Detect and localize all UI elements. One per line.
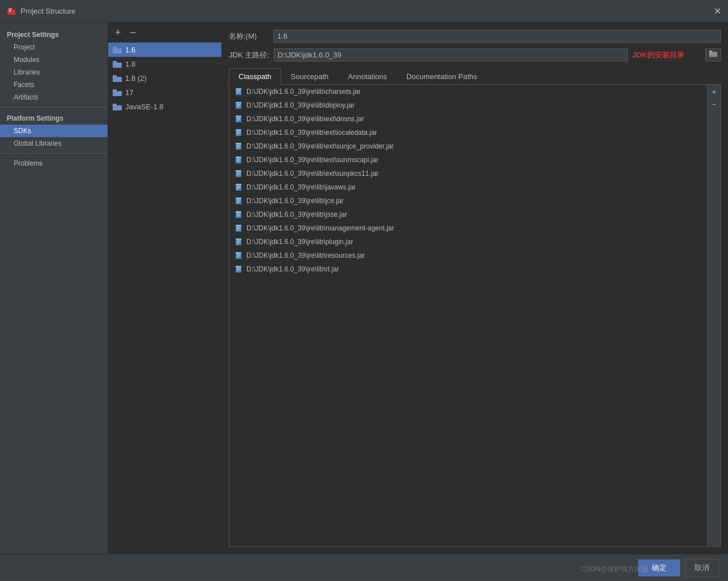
- bottom-bar: 确定 取消: [0, 554, 728, 581]
- jar-icon: [234, 251, 243, 260]
- classpath-path: D:\JDK\jdk1.6.0_39\jre\lib\ext\localedat…: [246, 129, 377, 137]
- add-classpath-button[interactable]: +: [709, 86, 720, 97]
- sdk-item-17[interactable]: 17: [108, 85, 221, 100]
- sidebar-item-facets[interactable]: Facets: [0, 79, 108, 91]
- classpath-path: D:\JDK\jdk1.6.0_39\jre\lib\management-ag…: [246, 224, 394, 232]
- list-item[interactable]: D:\JDK\jdk1.6.0_39\jre\lib\management-ag…: [229, 221, 707, 235]
- sdk-item-1-6[interactable]: 1.6: [108, 43, 221, 57]
- svg-rect-46: [236, 197, 241, 199]
- svg-rect-16: [236, 116, 241, 117]
- svg-rect-42: [237, 186, 240, 187]
- list-item[interactable]: D:\JDK\jdk1.6.0_39\jre\lib\jsse.jar: [229, 208, 707, 221]
- svg-rect-58: [237, 228, 240, 229]
- svg-rect-13: [237, 105, 240, 106]
- svg-rect-59: [237, 229, 239, 230]
- classpath-content: D:\JDK\jdk1.6.0_39\jre\lib\charsets.jar …: [229, 85, 721, 547]
- sidebar-item-global-libraries[interactable]: Global Libraries: [0, 137, 108, 150]
- svg-rect-63: [237, 242, 240, 242]
- svg-rect-67: [237, 254, 240, 255]
- remove-classpath-button[interactable]: −: [709, 98, 720, 110]
- jar-icon: [234, 142, 243, 151]
- title-bar: Project Structure ✕: [0, 0, 728, 23]
- svg-rect-27: [237, 145, 240, 146]
- app-icon: [7, 7, 16, 16]
- svg-rect-26: [236, 143, 241, 145]
- svg-rect-14: [237, 106, 239, 107]
- jdk-path-input[interactable]: [274, 48, 628, 61]
- classpath-path: D:\JDK\jdk1.6.0_39\jre\lib\ext\sunmscapi…: [246, 156, 379, 164]
- classpath-path: D:\JDK\jdk1.6.0_39\jre\lib\ext\sunpkcs11…: [246, 170, 379, 178]
- tab-classpath[interactable]: Classpath: [229, 68, 281, 85]
- folder-icon: [113, 104, 122, 110]
- sdk-item-1-8-2[interactable]: 1.8 (2): [108, 71, 221, 85]
- sdk-item-javase-1-8[interactable]: JavaSE-1.8: [108, 100, 221, 114]
- svg-rect-54: [237, 216, 239, 216]
- classpath-path: D:\JDK\jdk1.6.0_39\jre\lib\plugin.jar: [246, 238, 353, 246]
- classpath-path: D:\JDK\jdk1.6.0_39\jre\lib\ext\sunjce_pr…: [246, 142, 394, 150]
- list-item[interactable]: D:\JDK\jdk1.6.0_39\jre\lib\jce.jar: [229, 194, 707, 208]
- svg-rect-17: [237, 118, 240, 118]
- sidebar-item-problems[interactable]: Problems: [0, 157, 108, 170]
- svg-rect-8: [237, 92, 240, 92]
- jar-icon: [234, 169, 243, 178]
- svg-rect-51: [236, 211, 241, 213]
- ok-button[interactable]: 确定: [638, 559, 680, 576]
- tab-annotations[interactable]: Annotations: [338, 68, 397, 85]
- list-item[interactable]: D:\JDK\jdk1.6.0_39\jre\lib\javaws.jar: [229, 180, 707, 194]
- jdk-browse-button[interactable]: [705, 48, 721, 61]
- jar-icon: [234, 183, 243, 192]
- svg-rect-72: [237, 268, 240, 269]
- name-input[interactable]: [273, 30, 721, 43]
- list-item[interactable]: D:\JDK\jdk1.6.0_39\jre\lib\ext\dnsns.jar: [229, 112, 707, 126]
- svg-rect-64: [237, 243, 239, 244]
- sidebar-item-artifacts[interactable]: Artifacts: [0, 91, 108, 104]
- list-item[interactable]: D:\JDK\jdk1.6.0_39\jre\lib\ext\sunjce_pr…: [229, 139, 707, 153]
- svg-rect-1: [9, 8, 12, 10]
- tab-documentation-paths[interactable]: Documentation Paths: [397, 68, 487, 85]
- sidebar: Project Settings Project Modules Librari…: [0, 23, 108, 554]
- svg-rect-49: [237, 202, 239, 203]
- tab-sourcepath[interactable]: Sourcepath: [281, 68, 339, 85]
- add-sdk-button[interactable]: +: [113, 26, 124, 39]
- list-item[interactable]: D:\JDK\jdk1.6.0_39\jre\lib\ext\sunpkcs11…: [229, 167, 707, 180]
- list-item[interactable]: D:\JDK\jdk1.6.0_39\jre\lib\deploy.jar: [229, 98, 707, 112]
- svg-rect-71: [236, 266, 241, 267]
- project-settings-header: Project Settings: [0, 27, 108, 41]
- svg-rect-61: [236, 238, 241, 240]
- list-item[interactable]: D:\JDK\jdk1.6.0_39\jre\lib\rt.jar: [229, 262, 707, 276]
- list-item[interactable]: D:\JDK\jdk1.6.0_39\jre\lib\charsets.jar: [229, 85, 707, 98]
- classpath-path: D:\JDK\jdk1.6.0_39\jre\lib\ext\dnsns.jar: [246, 115, 364, 123]
- list-item[interactable]: D:\JDK\jdk1.6.0_39\jre\lib\ext\localedat…: [229, 126, 707, 139]
- svg-rect-39: [237, 175, 239, 175]
- list-item[interactable]: D:\JDK\jdk1.6.0_39\jre\lib\ext\sunmscapi…: [229, 153, 707, 167]
- svg-rect-34: [237, 161, 239, 162]
- jar-icon: [234, 237, 243, 246]
- list-item[interactable]: D:\JDK\jdk1.6.0_39\jre\lib\plugin.jar: [229, 235, 707, 249]
- sdk-item-1-8[interactable]: 1.8: [108, 57, 221, 71]
- classpath-path: D:\JDK\jdk1.6.0_39\jre\lib\rt.jar: [246, 265, 339, 273]
- svg-rect-22: [237, 131, 240, 132]
- svg-rect-41: [236, 184, 241, 186]
- folder-icon: [113, 89, 122, 96]
- cancel-button[interactable]: 取消: [685, 559, 719, 577]
- sidebar-item-sdks[interactable]: SDKs: [0, 125, 108, 137]
- sidebar-divider-2: [0, 153, 108, 154]
- svg-rect-57: [237, 227, 240, 228]
- jdk-row: JDK 主路径: JDK的安装目录: [229, 48, 721, 61]
- svg-rect-56: [236, 225, 241, 226]
- sidebar-item-modules[interactable]: Modules: [0, 53, 108, 66]
- sidebar-item-project[interactable]: Project: [0, 41, 108, 53]
- remove-sdk-button[interactable]: −: [128, 26, 139, 39]
- classpath-action-buttons: + −: [707, 85, 721, 546]
- sidebar-divider: [0, 107, 108, 108]
- sdk-list: 1.6 1.8 1.8 (2) 17 JavaSE-1.8: [108, 43, 221, 554]
- jar-icon: [234, 224, 243, 233]
- jar-icon: [234, 196, 243, 205]
- sidebar-item-libraries[interactable]: Libraries: [0, 66, 108, 79]
- jar-icon: [234, 155, 243, 164]
- list-item[interactable]: D:\JDK\jdk1.6.0_39\jre\lib\resources.jar: [229, 249, 707, 262]
- svg-rect-68: [237, 256, 240, 256]
- tabs-row: Classpath Sourcepath Annotations Documen…: [229, 68, 721, 85]
- svg-rect-38: [237, 174, 240, 174]
- close-button[interactable]: ✕: [714, 6, 721, 17]
